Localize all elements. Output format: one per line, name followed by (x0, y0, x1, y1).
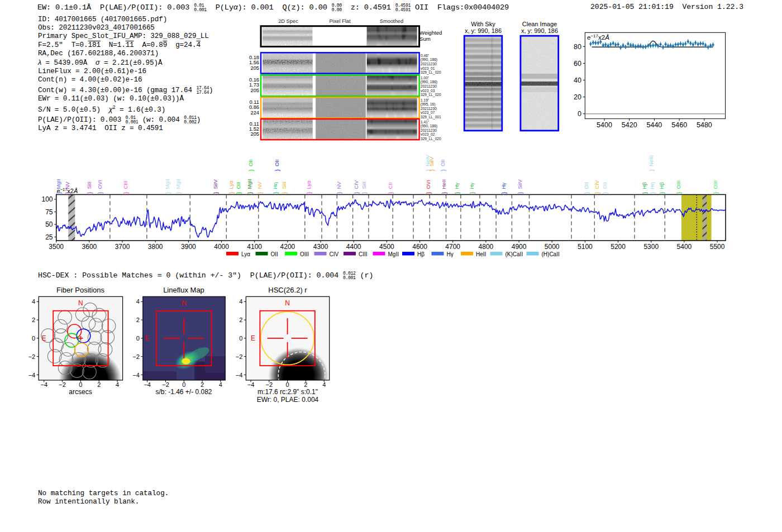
svg-text:{: { (388, 192, 395, 194)
svg-text:−2: −2 (28, 353, 36, 360)
svg-text:{: { (98, 192, 104, 194)
svg-text:E: E (145, 334, 150, 342)
svg-text:{: { (258, 192, 264, 194)
svg-text:MgII: MgII (247, 179, 252, 189)
svg-text:4: 4 (322, 381, 326, 388)
svg-text:5460: 5460 (671, 121, 687, 129)
svg-text:CIV: CIV (354, 180, 359, 189)
svg-text:{: { (275, 169, 282, 171)
svg-text:60: 60 (574, 60, 581, 68)
svg-text:SiII: SiII (87, 181, 92, 189)
svg-text:4: 4 (239, 298, 242, 305)
svg-text:{: { (502, 192, 508, 194)
svg-text:CIII: CIII (359, 251, 368, 257)
svg-text:Hη: Hη (650, 183, 655, 189)
svg-text:HeII: HeII (476, 251, 486, 257)
svg-text:4300: 4300 (313, 243, 328, 251)
svg-text:{: { (354, 192, 361, 194)
svg-text:{: { (518, 192, 524, 194)
svg-text:−4: −4 (41, 381, 48, 388)
svg-text:Hβ: Hβ (659, 182, 665, 189)
svg-text:{: { (236, 192, 243, 194)
svg-text:N: N (182, 299, 187, 307)
svg-text:Hβ: Hβ (417, 251, 425, 257)
svg-text:{: { (56, 192, 63, 194)
svg-text:2: 2 (32, 317, 35, 323)
svg-text:−2: −2 (162, 381, 169, 388)
svg-text:HeII: HeII (441, 179, 447, 189)
svg-text:OII: OII (274, 160, 280, 166)
svg-text:3900: 3900 (181, 243, 196, 251)
svg-text:5000: 5000 (545, 243, 560, 251)
svg-text:SiIV: SiIV (517, 179, 523, 189)
svg-text:{: { (676, 192, 683, 194)
svg-text:e−17x2Å: e−17x2Å (587, 33, 609, 41)
svg-text:{: { (249, 169, 255, 171)
svg-text:20: 20 (574, 93, 581, 101)
svg-text:Hγ: Hγ (501, 183, 507, 189)
svg-text:5200: 5200 (611, 243, 626, 251)
svg-text:2: 2 (304, 381, 307, 388)
svg-text:4500: 4500 (379, 243, 394, 251)
svg-text:4400: 4400 (346, 243, 361, 251)
svg-text:{: { (441, 169, 447, 171)
svg-text:80: 80 (574, 43, 581, 51)
svg-text:2: 2 (239, 317, 242, 323)
svg-text:{: { (426, 192, 433, 194)
svg-text:{: { (455, 192, 461, 194)
svg-text:N: N (78, 299, 83, 307)
svg-text:OII: OII (440, 160, 446, 166)
svg-text:0: 0 (286, 381, 289, 388)
svg-text:−4: −4 (144, 381, 151, 388)
svg-text:{: { (650, 192, 657, 194)
svg-text:Hγ: Hγ (454, 183, 460, 189)
svg-text:−4: −4 (132, 372, 140, 378)
svg-text:Lyα: Lyα (228, 180, 234, 189)
svg-text:{: { (584, 192, 591, 194)
svg-text:MgII: MgII (175, 179, 181, 189)
svg-text:{: { (176, 192, 183, 194)
svg-text:NeIII: NeIII (649, 155, 654, 166)
svg-text:5400: 5400 (597, 121, 612, 129)
svg-text:OII: OII (602, 182, 608, 189)
svg-text:−2: −2 (266, 381, 273, 388)
svg-text:E: E (42, 334, 46, 342)
svg-text:4: 4 (32, 298, 35, 305)
svg-text:{: { (229, 192, 236, 194)
svg-text:E: E (251, 334, 255, 342)
svg-text:NV: NV (336, 181, 342, 189)
svg-text:4: 4 (136, 298, 140, 305)
svg-text:SiIV: SiIV (429, 156, 435, 166)
svg-text:5100: 5100 (578, 243, 593, 251)
svg-text:4700: 4700 (445, 243, 460, 251)
svg-text:0: 0 (578, 110, 581, 118)
svg-text:{: { (470, 192, 476, 194)
svg-text:0: 0 (79, 381, 82, 388)
svg-text:2: 2 (136, 317, 140, 323)
svg-text:{: { (247, 192, 254, 194)
svg-text:3700: 3700 (115, 243, 130, 251)
svg-text:{: { (213, 192, 220, 194)
svg-text:{: { (660, 192, 666, 194)
svg-text:5440: 5440 (646, 121, 662, 129)
svg-text:2: 2 (97, 381, 101, 388)
svg-text:{: { (282, 192, 289, 194)
svg-text:{: { (165, 192, 172, 194)
svg-text:MgII: MgII (56, 179, 61, 189)
svg-text:OIII: OIII (300, 251, 309, 257)
svg-text:0: 0 (136, 335, 140, 342)
svg-text:OVI: OVI (97, 180, 103, 189)
svg-text:MgII: MgII (388, 251, 399, 257)
svg-text:5420: 5420 (622, 121, 637, 129)
svg-text:{: { (713, 192, 720, 194)
svg-text:SiII: SiII (282, 181, 287, 189)
svg-text:CIII: CIII (123, 181, 128, 189)
svg-text:OVI: OVI (426, 180, 431, 189)
svg-text:CII: CII (388, 183, 393, 189)
svg-text:0: 0 (182, 381, 185, 388)
svg-text:{: { (642, 192, 649, 194)
svg-text:{: { (430, 169, 436, 171)
svg-text:40: 40 (574, 76, 581, 84)
svg-text:(H)CaII: (H)CaII (542, 251, 560, 257)
svg-text:4: 4 (219, 381, 222, 388)
